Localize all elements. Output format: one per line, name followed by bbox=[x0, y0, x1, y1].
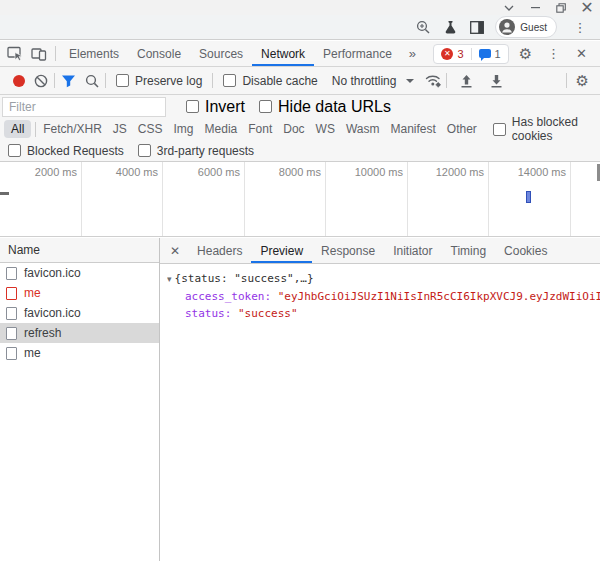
tab-sources[interactable]: Sources bbox=[190, 41, 252, 66]
has-blocked-cookies-checkbox[interactable]: Has blocked cookies bbox=[493, 115, 594, 143]
search-icon[interactable] bbox=[83, 72, 101, 90]
tab-elements[interactable]: Elements bbox=[60, 41, 128, 66]
gridline bbox=[162, 162, 163, 236]
import-har-icon[interactable] bbox=[457, 72, 475, 90]
error-count: 3 bbox=[457, 48, 463, 60]
device-toolbar-icon[interactable] bbox=[30, 45, 48, 63]
hide-data-urls-label: Hide data URLs bbox=[278, 98, 391, 116]
tick-label: 6000 ms bbox=[178, 166, 240, 178]
request-waterfall-bar bbox=[526, 191, 531, 203]
zoom-indicator-icon[interactable] bbox=[414, 18, 432, 36]
profile-button[interactable]: Guest bbox=[495, 16, 557, 38]
window-title-bar: ✕ bbox=[0, 0, 600, 15]
tab-console[interactable]: Console bbox=[128, 41, 190, 66]
tab-cookies[interactable]: Cookies bbox=[495, 238, 556, 263]
chevron-down-icon[interactable] bbox=[406, 79, 414, 87]
json-key: access_token: bbox=[185, 290, 271, 303]
request-name: me bbox=[24, 286, 41, 300]
detail-close-icon[interactable]: ✕ bbox=[160, 238, 188, 263]
issues-bubble-icon bbox=[479, 49, 491, 58]
avatar bbox=[499, 19, 515, 35]
hide-data-urls-checkbox[interactable]: Hide data URLs bbox=[259, 98, 391, 116]
tab-timing[interactable]: Timing bbox=[442, 238, 496, 263]
window-minimize-icon[interactable] bbox=[522, 0, 548, 15]
devtools-close-icon[interactable]: ✕ bbox=[569, 46, 594, 61]
chip-js[interactable]: JS bbox=[113, 122, 127, 136]
browser-toolbar: Guest ⋮ bbox=[0, 15, 600, 40]
request-row[interactable]: me bbox=[0, 343, 159, 363]
chip-font[interactable]: Font bbox=[248, 122, 272, 136]
request-row-selected[interactable]: refresh bbox=[0, 323, 159, 343]
side-panel-icon[interactable] bbox=[468, 18, 486, 36]
devtools-menu-icon[interactable]: ⋮ bbox=[542, 46, 565, 61]
chip-manifest[interactable]: Manifest bbox=[390, 122, 435, 136]
filter-funnel-icon[interactable] bbox=[59, 72, 77, 90]
devtools-settings-gear-icon[interactable]: ⚙ bbox=[513, 45, 538, 63]
record-button[interactable] bbox=[13, 75, 25, 87]
tick-label: 12000 ms bbox=[422, 166, 484, 178]
tab-initiator[interactable]: Initiator bbox=[384, 238, 441, 263]
json-summary-line[interactable]: ▾{status: "success",…} bbox=[167, 270, 600, 288]
network-conditions-icon[interactable] bbox=[424, 72, 442, 90]
divider bbox=[566, 73, 567, 88]
chip-other[interactable]: Other bbox=[447, 122, 477, 136]
status-badges: ✕ 3 1 bbox=[433, 44, 508, 64]
chip-ws[interactable]: WS bbox=[316, 122, 335, 136]
chip-all[interactable]: All bbox=[4, 120, 31, 138]
errors-badge[interactable]: ✕ 3 bbox=[434, 48, 470, 60]
request-row[interactable]: me bbox=[0, 283, 159, 303]
name-column-header[interactable]: Name bbox=[0, 238, 159, 263]
request-name: refresh bbox=[24, 326, 61, 340]
divider bbox=[446, 73, 447, 88]
file-icon bbox=[6, 307, 17, 320]
checkbox-icon bbox=[259, 100, 272, 113]
disclosure-triangle-icon[interactable]: ▾ bbox=[167, 274, 172, 284]
window-restore-icon[interactable] bbox=[548, 0, 574, 15]
chip-img[interactable]: Img bbox=[174, 122, 194, 136]
extension-flask-icon[interactable] bbox=[441, 18, 459, 36]
window-menu-chevron-icon[interactable] bbox=[496, 0, 522, 15]
blocked-filters-row: Blocked Requests 3rd-party requests bbox=[0, 140, 600, 162]
window-close-icon[interactable]: ✕ bbox=[574, 0, 600, 15]
disable-cache-checkbox[interactable]: Disable cache bbox=[223, 74, 317, 88]
tab-preview[interactable]: Preview bbox=[251, 238, 312, 263]
more-tabs-icon[interactable]: » bbox=[401, 41, 424, 66]
request-row[interactable]: favicon.ico bbox=[0, 263, 159, 283]
checkbox-icon bbox=[223, 74, 236, 87]
chip-wasm[interactable]: Wasm bbox=[346, 122, 380, 136]
issue-count: 1 bbox=[495, 48, 501, 60]
json-entry: status: "success" bbox=[167, 305, 600, 322]
chip-css[interactable]: CSS bbox=[138, 122, 163, 136]
checkbox-icon bbox=[186, 100, 199, 113]
file-icon bbox=[6, 347, 17, 360]
json-key: status: bbox=[185, 307, 231, 320]
throttling-select[interactable]: No throttling bbox=[332, 74, 397, 88]
invert-checkbox[interactable]: Invert bbox=[186, 98, 245, 116]
resource-type-chips: All Fetch/XHR JS CSS Img Media Font Doc … bbox=[0, 118, 600, 140]
chip-fetch-xhr[interactable]: Fetch/XHR bbox=[43, 122, 102, 136]
inspect-element-icon[interactable] bbox=[6, 45, 24, 63]
checkbox-icon bbox=[138, 144, 151, 157]
tab-network[interactable]: Network bbox=[252, 41, 314, 66]
preserve-log-checkbox[interactable]: Preserve log bbox=[116, 74, 202, 88]
checkbox-icon bbox=[116, 74, 129, 87]
tab-response[interactable]: Response bbox=[312, 238, 384, 263]
chip-doc[interactable]: Doc bbox=[283, 122, 304, 136]
tab-performance[interactable]: Performance bbox=[314, 41, 401, 66]
chip-media[interactable]: Media bbox=[205, 122, 238, 136]
issues-badge[interactable]: 1 bbox=[471, 48, 508, 60]
request-row[interactable]: favicon.ico bbox=[0, 303, 159, 323]
network-settings-gear-icon[interactable]: ⚙ bbox=[571, 72, 594, 90]
browser-menu-icon[interactable]: ⋮ bbox=[566, 18, 594, 36]
export-har-icon[interactable] bbox=[487, 72, 505, 90]
requests-list-pane: Name favicon.ico me favicon.ico refresh … bbox=[0, 238, 160, 561]
clear-icon[interactable] bbox=[32, 72, 50, 90]
gridline bbox=[407, 162, 408, 236]
blocked-requests-checkbox[interactable]: Blocked Requests bbox=[8, 144, 124, 158]
filter-input[interactable] bbox=[2, 97, 166, 117]
tab-headers[interactable]: Headers bbox=[188, 238, 251, 263]
json-summary: {status: "success",…} bbox=[175, 272, 314, 285]
request-name: favicon.ico bbox=[24, 306, 81, 320]
third-party-checkbox[interactable]: 3rd-party requests bbox=[138, 144, 254, 158]
network-overview-timeline[interactable]: 2000 ms 4000 ms 6000 ms 8000 ms 10000 ms… bbox=[0, 162, 600, 237]
